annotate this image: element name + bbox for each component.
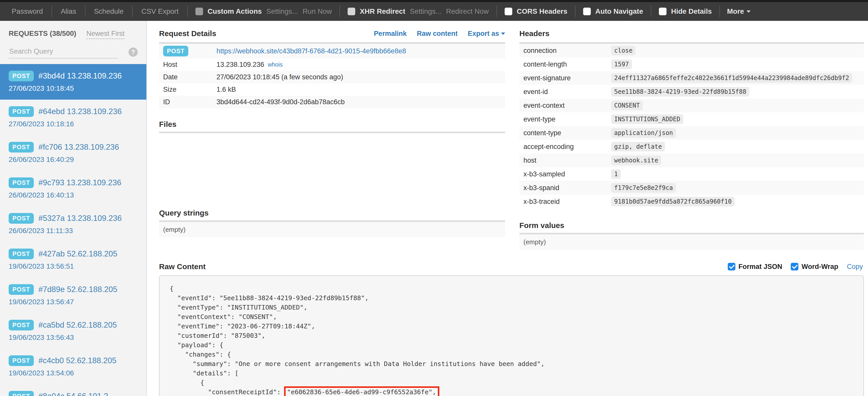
permalink-link[interactable]: Permalink — [374, 30, 407, 38]
request-id-ip: #7d89e 52.62.188.205 — [38, 285, 117, 294]
files-title: Files — [159, 120, 505, 129]
header-row: content-typeapplication/json — [519, 126, 864, 140]
code-text: "consentReceiptId": — [170, 388, 285, 396]
raw-content-link[interactable]: Raw content — [417, 30, 458, 38]
raw-content-section: Raw Content Format JSON Word-Wrap Copy {… — [159, 261, 864, 396]
headers-table: connectionclosecontent-length1597event-s… — [519, 44, 864, 208]
header-value: 9181b0d57ae9fdd5a872fc865a960f10 — [611, 197, 735, 206]
export-as-dropdown[interactable]: Export as — [468, 30, 505, 38]
more-menu[interactable]: More — [727, 7, 751, 16]
request-list-item[interactable]: POST#7d89e 52.62.188.20519/06/2023 13:56… — [0, 278, 146, 313]
header-row: accept-encodinggzip, deflate — [519, 140, 864, 154]
request-list: POST#3bd4d 13.238.109.23627/06/2023 10:1… — [0, 64, 146, 396]
header-value: 24eff11327a6865feffe2c4022e3661f1d5994e4… — [611, 73, 852, 83]
header-row: event-signature24eff11327a6865feffe2c402… — [519, 71, 864, 85]
request-id-ip: #fc706 13.238.109.236 — [38, 143, 119, 152]
query-strings-title: Query strings — [159, 209, 505, 217]
header-value: 1597 — [611, 59, 632, 69]
search-input[interactable] — [9, 46, 118, 58]
raw-content-line: "consentReceiptId": "e6062836-65e6-4de6-… — [170, 387, 853, 396]
request-date: 27/06/2023 10:18:16 — [9, 120, 138, 128]
toggle-label: CORS Headers — [517, 7, 567, 16]
table-row: POST https://webhook.site/c43bd87f-6768-… — [159, 44, 505, 58]
request-list-item[interactable]: POST#3bd4d 13.238.109.23627/06/2023 10:1… — [0, 64, 146, 100]
format-json-toggle[interactable]: Format JSON — [728, 263, 782, 271]
method-badge: POST — [9, 106, 34, 117]
raw-content-box[interactable]: { "eventId": "5ee11b88-3824-4219-93ed-22… — [159, 275, 864, 396]
nav-item-password[interactable]: Password — [12, 7, 43, 16]
header-row: event-contextCONSENT — [519, 99, 864, 112]
nav-action-settings-[interactable]: Settings... — [266, 7, 298, 16]
method-badge: POST — [9, 284, 34, 295]
table-row: Date27/06/2023 10:18:45 (a few seconds a… — [159, 71, 505, 83]
detail-value: 13.238.109.236 — [216, 61, 264, 69]
request-list-item[interactable]: POST#9c793 13.238.109.23626/06/2023 16:4… — [0, 171, 146, 206]
toggle-hide-details[interactable]: Hide Details — [659, 7, 712, 16]
header-name: content-length — [523, 60, 611, 68]
copy-link[interactable]: Copy — [847, 263, 863, 271]
raw-content-line: "eventType": "INSTITUTIONS_ADDED", — [170, 303, 853, 312]
request-id-ip: #c4cb0 52.62.188.205 — [38, 356, 116, 365]
nav-group-xhr-redirect: XHR RedirectSettings...Redirect Now — [348, 7, 489, 16]
checkbox[interactable] — [583, 8, 591, 15]
nav-action-settings-[interactable]: Settings... — [410, 7, 442, 16]
request-date: 27/06/2023 10:18:45 — [9, 84, 138, 93]
request-list-item[interactable]: POST#5327a 13.238.109.23626/06/2023 11:1… — [0, 206, 146, 242]
header-row: event-id5ee11b88-3824-4219-93ed-22fd89b1… — [519, 85, 864, 99]
word-wrap-checkbox[interactable] — [791, 263, 798, 270]
toggle-cors-headers[interactable]: CORS Headers — [505, 7, 567, 16]
header-value: gzip, deflate — [611, 142, 665, 151]
word-wrap-label: Word-Wrap — [801, 263, 838, 271]
window-top-strip — [0, 0, 868, 2]
format-json-checkbox[interactable] — [728, 263, 735, 270]
chevron-down-icon — [501, 33, 505, 35]
navbar-separator — [651, 6, 651, 17]
checkbox[interactable] — [348, 8, 355, 15]
header-value: 1 — [611, 169, 621, 179]
nav-item-schedule[interactable]: Schedule — [94, 7, 124, 16]
checkbox[interactable] — [195, 8, 203, 15]
raw-content-line: "eventId": "5ee11b88-3824-4219-93ed-22fd… — [170, 293, 853, 303]
checkbox[interactable] — [505, 8, 512, 15]
nav-action-redirect-now[interactable]: Redirect Now — [446, 7, 489, 16]
request-list-item[interactable]: POST#ca5bd 52.62.188.20519/06/2023 13:56… — [0, 313, 146, 349]
sort-order-dropdown[interactable]: Newest First — [86, 30, 125, 39]
header-name: event-signature — [523, 74, 611, 82]
raw-content-title: Raw Content — [159, 262, 206, 271]
whois-link[interactable]: whois — [268, 61, 283, 68]
header-row: x-b3-traceid9181b0d57ae9fdd5a872fc865a96… — [519, 195, 864, 208]
header-name: x-b3-spanid — [523, 184, 611, 192]
nav-action-run-now[interactable]: Run Now — [303, 7, 332, 16]
navbar-separator — [187, 6, 188, 17]
request-list-item[interactable]: POST#fc706 13.238.109.23626/06/2023 16:4… — [0, 135, 146, 171]
request-list-item[interactable]: POST#c4cb0 52.62.188.20519/06/2023 13:54… — [0, 349, 146, 384]
navbar-separator — [339, 6, 340, 17]
header-value: CONSENT — [611, 101, 643, 110]
nav-group-custom-actions: Custom ActionsSettings...Run Now — [195, 7, 332, 16]
method-badge: POST — [9, 320, 34, 330]
top-navbar: PasswordAliasScheduleCSV Export Custom A… — [0, 2, 868, 21]
toggle-auto-navigate[interactable]: Auto Navigate — [583, 7, 643, 16]
navbar-separator — [132, 6, 133, 17]
request-list-item[interactable]: POST#64ebd 13.238.109.23627/06/2023 10:1… — [0, 100, 146, 135]
method-badge: POST — [9, 391, 34, 396]
request-date: 26/06/2023 16:40:29 — [9, 156, 138, 164]
request-details-title: Request Details — [159, 29, 216, 38]
header-name: host — [523, 157, 611, 164]
request-url-link[interactable]: https://webhook.site/c43bd87f-6768-4d21-… — [216, 47, 406, 55]
header-value: webhook.site — [611, 156, 661, 165]
query-strings-empty: (empty) — [159, 222, 505, 237]
navbar-action-groups: Custom ActionsSettings...Run NowXHR Redi… — [190, 6, 499, 17]
search-help-icon[interactable]: ? — [129, 48, 138, 57]
checkbox[interactable] — [659, 8, 666, 15]
nav-item-alias[interactable]: Alias — [61, 7, 76, 16]
header-value: close — [611, 46, 636, 55]
detail-value: 27/06/2023 10:18:45 (a few seconds ago) — [216, 73, 343, 81]
method-badge: POST — [9, 249, 34, 259]
nav-group-label: Custom Actions — [208, 7, 262, 16]
word-wrap-toggle[interactable]: Word-Wrap — [791, 263, 838, 271]
request-list-item[interactable]: POST#8a04c 54.66.101.2 — [0, 384, 146, 396]
request-list-item[interactable]: POST#427ab 52.62.188.20519/06/2023 13:56… — [0, 242, 146, 278]
header-row: hostwebhook.site — [519, 154, 864, 167]
nav-item-csv-export[interactable]: CSV Export — [141, 7, 178, 16]
